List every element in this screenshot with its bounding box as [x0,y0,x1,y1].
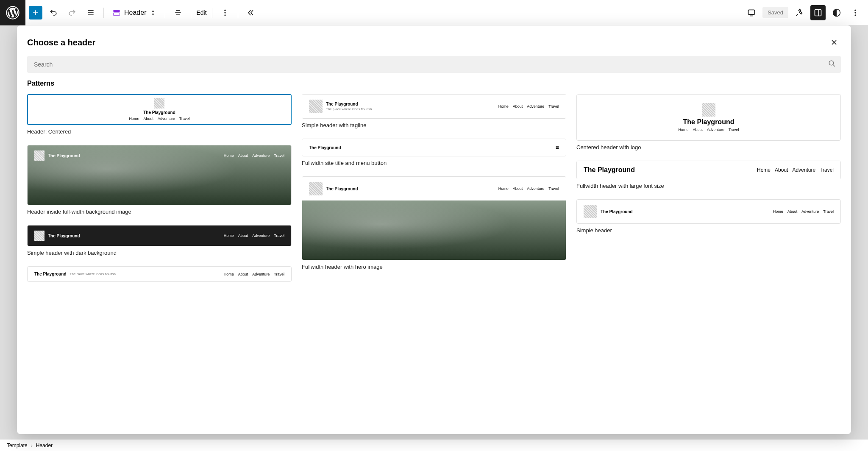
align-button[interactable] [170,5,186,20]
undo-button[interactable] [46,5,61,20]
add-block-button[interactable] [29,6,42,19]
save-status: Saved [762,7,788,18]
settings-button[interactable] [810,5,826,20]
view-button[interactable] [744,5,759,20]
svg-point-17 [854,9,856,11]
chevron-updown-icon [150,9,156,16]
template-selector[interactable]: Header [109,7,160,19]
tools-button[interactable] [792,5,807,20]
svg-rect-14 [815,9,821,16]
svg-rect-12 [748,10,755,14]
svg-point-18 [854,12,856,13]
list-view-button[interactable] [83,5,98,20]
wordpress-logo[interactable] [0,0,25,25]
svg-point-11 [224,14,225,16]
template-name: Header [124,9,146,17]
svg-point-9 [224,9,225,11]
collapse-sidebar-button[interactable] [243,5,259,20]
svg-rect-5 [114,13,120,16]
editor-topbar: Header Edit Saved [0,0,868,25]
options-menu-button[interactable] [848,5,863,20]
svg-rect-4 [114,10,120,12]
header-template-icon [112,8,121,17]
more-options-button[interactable] [217,5,233,20]
svg-point-19 [854,14,856,16]
edit-mode-label[interactable]: Edit [196,9,206,16]
styles-button[interactable] [829,5,844,20]
svg-point-10 [224,12,225,13]
redo-button[interactable] [64,5,80,20]
